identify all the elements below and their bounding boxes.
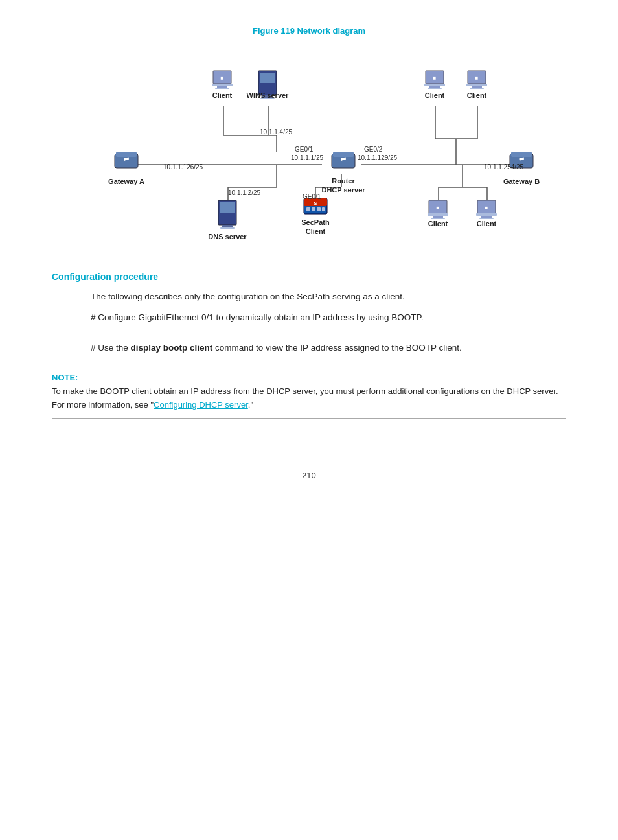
para1: The following describes only the configu… (91, 290, 566, 304)
gateway-b-ip: 10.1.1.254/25 (484, 163, 524, 170)
svg-text:■: ■ (437, 205, 440, 211)
svg-rect-58 (312, 207, 315, 211)
para3-prefix: # Use the (91, 343, 131, 353)
figure-title: Figure 119 Network diagram (52, 26, 566, 36)
svg-rect-34 (217, 86, 227, 88)
client5-label: Client (477, 220, 497, 228)
svg-text:ROUTER: ROUTER (334, 169, 353, 174)
router-dhcp-icon: ROUTER ⇄ (332, 152, 355, 174)
svg-rect-60 (322, 207, 325, 211)
client2-label: Client (425, 91, 445, 99)
svg-text:■: ■ (221, 75, 224, 81)
ge01-ip: 10.1.1.1/25 (291, 154, 323, 161)
ip-wins: 10.1.1.4/25 (260, 128, 292, 135)
note-text-end: ." (248, 400, 253, 410)
dns-label: DNS server (208, 233, 247, 240)
svg-rect-54 (220, 228, 235, 229)
note-box: NOTE: To make the BOOTP client obtain an… (52, 366, 566, 419)
gateway-b-label: Gateway B (503, 178, 540, 185)
secpath-label2: Client (306, 228, 326, 235)
secpath-ge01: GE0/1 (303, 193, 321, 200)
gateway-a-label: Gateway A (108, 178, 144, 185)
svg-rect-35 (215, 88, 229, 89)
note-label: NOTE: (52, 373, 566, 382)
dhcp-label: DHCP server (321, 186, 365, 194)
svg-rect-38 (260, 73, 275, 83)
svg-rect-69 (481, 216, 492, 218)
gateway-a-ip: 10.1.1.126/25 (163, 163, 203, 170)
note-text: To make the BOOTP client obtain an IP ad… (52, 385, 566, 412)
dns-icon (218, 200, 236, 229)
secpath-label1: SecPath (301, 218, 330, 226)
ge02-label: GE0/2 (364, 146, 383, 153)
secpath-icon: S (304, 198, 327, 214)
svg-rect-57 (306, 207, 310, 211)
svg-rect-63 (428, 213, 448, 216)
client1-label: Client (212, 91, 233, 99)
gateway-a-icon: ROUTER ⇄ (115, 152, 138, 174)
svg-text:■: ■ (475, 75, 479, 81)
svg-rect-33 (212, 84, 233, 86)
client5-icon: ■ (476, 200, 497, 219)
svg-text:■: ■ (433, 75, 437, 81)
svg-text:⇄: ⇄ (124, 156, 129, 163)
svg-rect-68 (476, 213, 497, 216)
svg-rect-64 (433, 216, 443, 218)
svg-rect-53 (222, 225, 233, 228)
page-number: 210 (52, 471, 566, 480)
svg-rect-48 (472, 86, 482, 88)
svg-rect-70 (479, 218, 494, 219)
svg-rect-49 (470, 88, 484, 89)
client4-icon: ■ (428, 200, 448, 219)
svg-rect-52 (220, 202, 235, 213)
section-heading: Configuration procedure (52, 272, 566, 282)
client3-icon: ■ (466, 71, 487, 89)
svg-rect-47 (466, 84, 487, 86)
client4-label: Client (428, 220, 448, 228)
client1-icon: ■ (212, 71, 233, 89)
svg-text:⇄: ⇄ (341, 156, 346, 163)
para3-bold: display bootp client (131, 343, 213, 353)
note-link[interactable]: Configuring DHCP server (154, 400, 248, 410)
svg-text:■: ■ (485, 205, 488, 211)
note-text-content: To make the BOOTP client obtain an IP ad… (52, 386, 558, 410)
para3-suffix: command to view the IP address assigned … (212, 343, 461, 353)
svg-rect-43 (429, 86, 440, 88)
dns-ip: 10.1.1.2/25 (228, 189, 260, 196)
para2: # Configure GigabitEthernet 0/1 to dynam… (91, 310, 566, 325)
diagram-svg: ROUTER ⇄ Gateway A 10.1.1.126/25 ROUTER … (63, 45, 555, 252)
svg-text:S: S (314, 200, 317, 206)
ge01-label: GE0/1 (295, 146, 314, 153)
client2-icon: ■ (424, 71, 445, 89)
svg-rect-65 (431, 218, 445, 219)
page: Figure 119 Network diagram (0, 0, 618, 519)
svg-rect-44 (428, 88, 442, 89)
svg-text:⇄: ⇄ (519, 156, 524, 163)
wins-label: WINS server (247, 91, 290, 99)
ge02-ip: 10.1.1.129/25 (358, 154, 398, 161)
router-label: Router (332, 177, 355, 185)
network-diagram: ROUTER ⇄ Gateway A 10.1.1.126/25 ROUTER … (63, 45, 555, 252)
svg-text:ROUTER: ROUTER (117, 169, 136, 174)
svg-rect-42 (424, 84, 445, 86)
client3-label: Client (467, 91, 487, 99)
svg-rect-59 (317, 207, 321, 211)
para3: # Use the display bootp client command t… (91, 341, 566, 355)
